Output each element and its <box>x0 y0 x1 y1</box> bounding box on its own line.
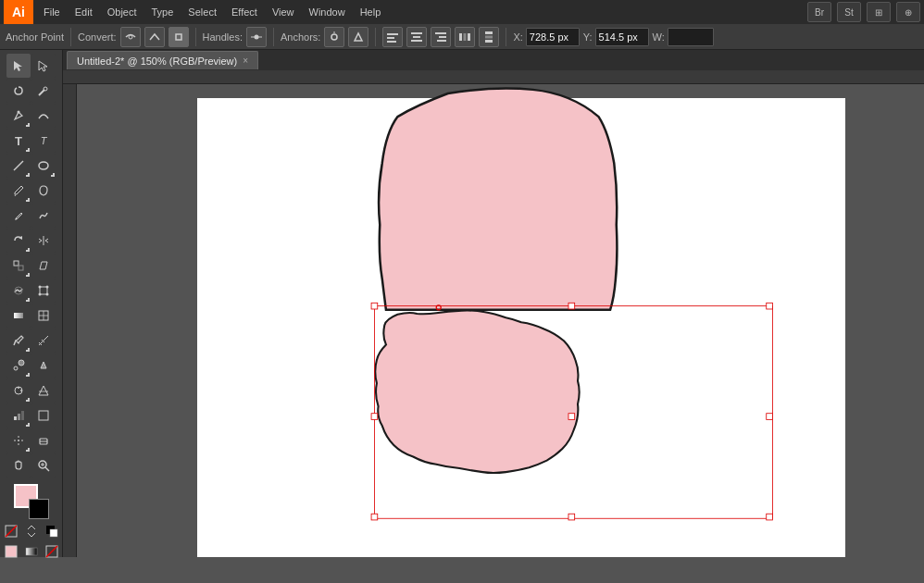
artboard-tool[interactable] <box>31 403 56 428</box>
warp-tool[interactable] <box>6 279 31 303</box>
handles-label: Handles: <box>203 31 243 43</box>
select-tool[interactable] <box>6 54 31 78</box>
gradient-tool[interactable] <box>6 304 31 328</box>
svg-rect-10 <box>411 32 422 34</box>
tool-row-15 <box>6 403 56 428</box>
menu-view[interactable]: View <box>266 5 301 19</box>
convert-smooth-btn[interactable] <box>120 27 141 47</box>
y-label: Y: <box>583 31 593 43</box>
svg-point-37 <box>39 293 42 296</box>
w-input[interactable] <box>668 28 714 46</box>
swatch-controls <box>3 523 60 540</box>
anchors-btn2[interactable] <box>348 27 368 47</box>
menu-help[interactable]: Help <box>354 5 388 19</box>
canvas-workspace <box>63 70 924 557</box>
menu-edit[interactable]: Edit <box>69 5 99 19</box>
hand-tool[interactable] <box>6 453 31 478</box>
svg-rect-9 <box>387 41 396 43</box>
align-left-btn[interactable] <box>382 27 403 47</box>
tool-row-14 <box>6 378 56 403</box>
direct-select-tool[interactable] <box>31 54 56 78</box>
line-tool[interactable] <box>6 154 31 178</box>
convert-corner-btn[interactable] <box>144 27 165 47</box>
document-tab-close[interactable]: × <box>243 56 248 66</box>
distribute-v-btn[interactable] <box>479 27 499 47</box>
svg-rect-53 <box>18 414 20 420</box>
align-right-btn[interactable] <box>431 27 451 47</box>
live-paint-tool[interactable] <box>31 354 56 378</box>
eraser-tool[interactable] <box>31 428 56 453</box>
convert-auto-btn[interactable] <box>169 27 189 47</box>
shear-tool[interactable] <box>31 254 56 278</box>
mesh-tool[interactable] <box>31 304 56 328</box>
graph-tool[interactable] <box>6 403 31 428</box>
zoom-tool[interactable] <box>31 453 56 478</box>
touch-type-tool[interactable]: T <box>31 129 56 153</box>
measure-tool[interactable] <box>31 329 56 353</box>
broadcast-icon[interactable]: ⊕ <box>896 2 920 22</box>
color-mode-btn[interactable] <box>3 543 19 560</box>
perspective-grid-tool[interactable] <box>31 378 56 403</box>
menu-object[interactable]: Object <box>101 5 144 19</box>
tool-row-4: T T <box>6 129 56 153</box>
svg-line-61 <box>45 467 49 471</box>
blend-tool[interactable] <box>6 354 31 378</box>
menu-select[interactable]: Select <box>181 5 223 19</box>
ellipse-tool[interactable] <box>31 154 56 178</box>
slice-tool[interactable] <box>6 428 31 453</box>
gradient-mode-btn[interactable] <box>23 543 40 560</box>
tool-row-13 <box>6 354 56 378</box>
pen-tool[interactable] <box>6 104 31 128</box>
free-transform-tool[interactable] <box>31 279 56 303</box>
menu-window[interactable]: Window <box>303 5 352 19</box>
align-center-btn[interactable] <box>406 27 427 47</box>
lasso-tool[interactable] <box>6 79 31 103</box>
distribute-h-btn[interactable] <box>455 27 475 47</box>
handles-btn1[interactable] <box>246 27 267 47</box>
svg-rect-54 <box>21 411 24 420</box>
curvature-tool[interactable] <box>31 104 56 128</box>
menu-effect[interactable]: Effect <box>225 5 264 19</box>
default-colors-btn[interactable] <box>44 523 60 540</box>
toolbox: T T <box>0 50 63 557</box>
pencil-tool[interactable] <box>6 204 31 228</box>
svg-rect-16 <box>459 33 462 41</box>
svg-rect-52 <box>14 416 17 420</box>
svg-point-24 <box>18 111 20 114</box>
svg-rect-18 <box>468 33 470 41</box>
sep3 <box>273 28 274 46</box>
anchors-btn1[interactable] <box>324 27 344 47</box>
svg-rect-15 <box>437 40 446 42</box>
sep1 <box>70 28 71 46</box>
swatch-mode-row <box>3 543 60 560</box>
y-input[interactable] <box>595 28 649 46</box>
type-tool[interactable]: T <box>6 129 31 153</box>
no-fill-btn[interactable] <box>3 523 19 540</box>
svg-point-49 <box>18 387 19 389</box>
color-swatches <box>3 478 60 565</box>
smooth-tool[interactable] <box>31 204 56 228</box>
blob-brush-tool[interactable] <box>31 179 56 203</box>
magic-wand-tool[interactable] <box>31 79 56 103</box>
menu-file[interactable]: File <box>37 5 67 19</box>
symbol-sprayer-tool[interactable] <box>6 378 31 403</box>
eyedropper-tool[interactable] <box>6 329 31 353</box>
svg-rect-67 <box>50 529 57 537</box>
grid-icon[interactable]: ⊞ <box>867 2 891 22</box>
x-input[interactable] <box>526 28 580 46</box>
document-tab[interactable]: Untitled-2* @ 150% (RGB/Preview) × <box>67 51 258 69</box>
scale-tool[interactable] <box>6 254 31 278</box>
swap-colors-btn[interactable] <box>23 523 40 540</box>
reflect-tool[interactable] <box>31 229 56 253</box>
svg-point-35 <box>46 286 49 289</box>
none-mode-btn[interactable] <box>44 543 60 560</box>
background-color[interactable] <box>29 499 49 519</box>
bridge-icon[interactable]: Br <box>807 2 831 22</box>
rotate-tool[interactable] <box>6 229 31 253</box>
svg-rect-55 <box>39 411 48 420</box>
stock-icon[interactable]: St <box>837 2 861 22</box>
svg-point-34 <box>39 286 42 289</box>
paintbrush-tool[interactable] <box>6 179 31 203</box>
menu-type[interactable]: Type <box>145 5 181 19</box>
svg-point-23 <box>44 87 47 91</box>
